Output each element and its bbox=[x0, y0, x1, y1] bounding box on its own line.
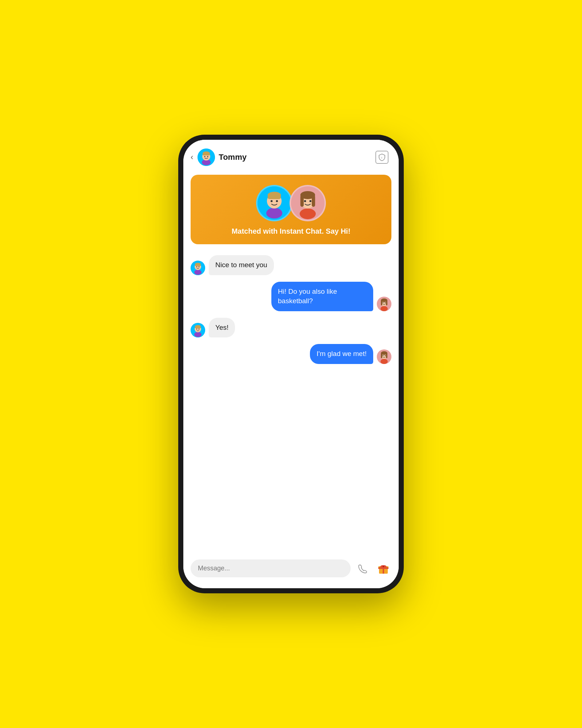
svg-point-5 bbox=[204, 156, 206, 157]
gift-button[interactable] bbox=[375, 561, 391, 577]
svg-point-24 bbox=[194, 270, 202, 275]
svg-rect-19 bbox=[300, 195, 304, 207]
svg-point-29 bbox=[199, 266, 200, 267]
svg-point-13 bbox=[271, 200, 273, 202]
contact-name: Tommy bbox=[219, 153, 375, 162]
svg-point-52 bbox=[385, 355, 386, 356]
sender-avatar bbox=[377, 297, 391, 311]
svg-point-16 bbox=[300, 209, 316, 219]
safety-button[interactable]: ! bbox=[375, 151, 388, 164]
svg-rect-27 bbox=[195, 264, 201, 266]
message-row: Yes! bbox=[191, 318, 391, 338]
phone-screen: ‹ Tommy bbox=[183, 140, 399, 588]
chat-messages: Nice to meet you bbox=[183, 252, 399, 554]
message-bubble: Hi! Do you also like basketball? bbox=[271, 282, 373, 311]
svg-point-22 bbox=[310, 200, 312, 202]
svg-rect-4 bbox=[203, 153, 210, 155]
svg-point-21 bbox=[304, 200, 306, 202]
message-input[interactable] bbox=[191, 559, 351, 577]
svg-rect-49 bbox=[381, 353, 382, 358]
back-button[interactable]: ‹ bbox=[191, 153, 193, 162]
message-bubble: Yes! bbox=[209, 318, 235, 338]
message-row: Nice to meet you bbox=[191, 255, 391, 275]
svg-point-28 bbox=[196, 266, 198, 267]
chat-header: ‹ Tommy bbox=[183, 140, 399, 172]
svg-rect-35 bbox=[386, 300, 387, 305]
svg-rect-12 bbox=[268, 195, 281, 199]
svg-point-46 bbox=[380, 359, 388, 364]
banner-avatar-tommy bbox=[256, 185, 292, 221]
svg-rect-34 bbox=[381, 300, 382, 305]
svg-point-9 bbox=[266, 208, 282, 218]
svg-point-6 bbox=[207, 156, 208, 157]
phone-frame: ‹ Tommy bbox=[178, 135, 404, 593]
banner-avatars bbox=[258, 185, 324, 221]
input-bar bbox=[183, 554, 399, 588]
sender-avatar bbox=[377, 349, 391, 364]
svg-point-51 bbox=[383, 355, 384, 356]
message-bubble: Nice to meet you bbox=[209, 255, 274, 275]
svg-point-31 bbox=[380, 306, 388, 311]
svg-rect-56 bbox=[378, 567, 388, 569]
message-row: Hi! Do you also like basketball? bbox=[191, 282, 391, 311]
sender-avatar bbox=[191, 261, 205, 275]
svg-point-39 bbox=[194, 332, 202, 337]
svg-point-36 bbox=[383, 302, 384, 303]
svg-rect-20 bbox=[312, 195, 315, 207]
message-row: I'm glad we met! bbox=[191, 344, 391, 364]
message-bubble: I'm glad we met! bbox=[310, 344, 373, 364]
banner-avatar-girl bbox=[290, 185, 326, 221]
svg-rect-42 bbox=[195, 327, 201, 328]
contact-avatar-header bbox=[198, 149, 215, 166]
svg-point-14 bbox=[276, 200, 278, 202]
svg-rect-50 bbox=[386, 353, 387, 358]
call-button[interactable] bbox=[355, 561, 371, 577]
svg-point-44 bbox=[199, 329, 200, 330]
banner-text: Matched with Instant Chat. Say Hi! bbox=[232, 227, 351, 236]
svg-point-37 bbox=[385, 302, 386, 303]
svg-point-43 bbox=[196, 329, 198, 330]
sender-avatar bbox=[191, 323, 205, 337]
svg-point-59 bbox=[383, 565, 384, 567]
match-banner: Matched with Instant Chat. Say Hi! bbox=[191, 175, 391, 244]
svg-text:!: ! bbox=[381, 156, 382, 159]
